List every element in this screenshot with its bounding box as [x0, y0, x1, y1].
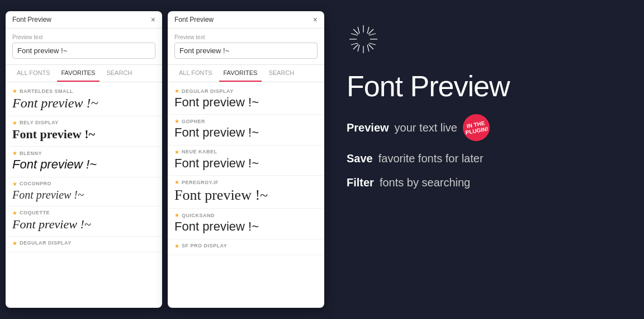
font-preview-text: Font preview !~	[12, 157, 155, 172]
brand-title: Font Preview	[347, 72, 509, 101]
list-item: ★ DEGULAR DISPLAY	[6, 237, 162, 252]
preview-text-label-left: Preview text	[12, 34, 155, 40]
list-item: ★ PEREGROY.IF Font preview !~	[168, 176, 324, 209]
list-item: ★ NEUE KABEL Font preview !~	[168, 146, 324, 176]
list-item: ★ SF PRO DISPLAY	[168, 240, 324, 255]
tab-all-fonts-right[interactable]: ALL FONTS	[174, 65, 217, 82]
fonts-list-left: ★ BARTELDES SMALL Font preview !~ ★ BELY…	[6, 82, 162, 308]
font-name-label: BELY DISPLAY	[20, 120, 59, 125]
font-name-label: BLENNY	[20, 151, 42, 156]
font-name-label: NEUE KABEL	[182, 149, 217, 154]
font-name-label: GOPHER	[182, 119, 205, 124]
preview-text-section-right: Preview text	[168, 29, 324, 65]
font-name-label: SF PRO DISPLAY	[182, 243, 227, 248]
font-name-label: BARTELDES SMALL	[20, 88, 73, 94]
main-container: Font Preview × Preview text ALL FONTS FA…	[0, 0, 644, 319]
list-item: ★ BLENNY Font preview !~	[6, 147, 162, 177]
tab-all-fonts-left[interactable]: ALL FONTS	[12, 65, 55, 82]
feature-rest-save: favorite fonts for later	[378, 152, 484, 165]
tab-favorites-left[interactable]: FAVORITES	[57, 65, 100, 82]
svg-line-8	[358, 27, 359, 34]
star-icon: ★	[174, 179, 179, 185]
list-item: ★ DEGULAR DISPLAY Font preview !~	[168, 85, 324, 115]
font-preview-text: Font preview !~	[12, 127, 155, 142]
svg-line-10	[351, 34, 358, 35]
svg-line-14	[358, 45, 359, 51]
font-preview-text: Font preview !~	[12, 95, 155, 111]
font-name-label: DEGULAR DISPLAY	[182, 88, 234, 94]
svg-line-4	[353, 29, 358, 34]
list-item: ★ GOPHER Font preview !~	[168, 115, 324, 145]
svg-line-5	[368, 44, 373, 49]
star-icon: ★	[12, 88, 17, 94]
list-item: ★ QUICKSAND Font preview !~	[168, 209, 324, 239]
plugin-panel-left: Font Preview × Preview text ALL FONTS FA…	[6, 11, 162, 308]
preview-text-label-right: Preview text	[174, 34, 318, 40]
tabs-row-right: ALL FONTS FAVORITES SEARCH	[168, 65, 324, 82]
list-item: ★ COQUETTE Font preview !~	[6, 207, 162, 237]
fonts-list-right: ★ DEGULAR DISPLAY Font preview !~ ★ GOPH…	[168, 82, 324, 308]
list-item: ★ COCONPRO Font preview !~	[6, 177, 162, 207]
feature-item-filter: Filter fonts by searching	[347, 176, 490, 189]
star-icon: ★	[174, 149, 179, 155]
font-preview-text: Font preview !~	[174, 95, 318, 110]
star-icon: ★	[12, 181, 17, 187]
font-preview-text: Font preview !~	[174, 156, 318, 171]
star-icon: ★	[12, 150, 17, 156]
svg-line-12	[351, 43, 358, 45]
tab-search-right[interactable]: SEARCH	[264, 65, 299, 82]
branding-section: Font Preview Preview your text live IN T…	[330, 11, 638, 200]
font-name-label: QUICKSAND	[182, 213, 215, 218]
preview-text-input-left[interactable]	[12, 43, 155, 59]
close-button-right[interactable]: ×	[313, 16, 318, 24]
svg-line-9	[367, 45, 369, 51]
list-item: ★ BARTELDES SMALL Font preview !~	[6, 85, 162, 116]
preview-text-section-left: Preview text	[6, 29, 162, 65]
font-preview-text: Font preview !~	[174, 125, 318, 140]
feature-rest-filter: fonts by searching	[380, 176, 470, 189]
star-icon: ★	[174, 212, 179, 218]
tab-favorites-right[interactable]: FAVORITES	[219, 65, 262, 82]
star-icon: ★	[12, 120, 17, 126]
panel-title-right: Font Preview	[174, 16, 214, 24]
plugin-panel-right: Font Preview × Preview text ALL FONTS FA…	[168, 11, 324, 308]
feature-bold-save: Save	[347, 152, 373, 165]
font-name-label: PEREGROY.IF	[182, 180, 219, 185]
preview-text-input-right[interactable]	[174, 43, 318, 59]
font-name-label: DEGULAR DISPLAY	[20, 240, 72, 246]
star-icon: ★	[12, 240, 17, 246]
star-icon: ★	[12, 210, 17, 216]
feature-list: Preview your text live IN THE PLUGIN! Sa…	[347, 114, 490, 189]
close-button-left[interactable]: ×	[151, 16, 155, 24]
svg-line-13	[369, 34, 376, 35]
svg-line-7	[353, 44, 358, 49]
tab-search-left[interactable]: SEARCH	[102, 65, 136, 82]
panel-title-left: Font Preview	[12, 16, 51, 24]
font-name-label: COCONPRO	[20, 181, 51, 186]
font-preview-text: Font preview !~	[12, 217, 155, 232]
svg-line-6	[368, 29, 373, 34]
star-icon: ★	[174, 118, 179, 124]
panel-header-left: Font Preview ×	[6, 11, 162, 29]
tabs-row-left: ALL FONTS FAVORITES SEARCH	[6, 65, 162, 82]
starburst-icon	[347, 22, 380, 58]
feature-item-preview: Preview your text live IN THE PLUGIN!	[347, 114, 490, 141]
font-preview-text: Font preview !~	[174, 186, 318, 204]
badge-in-plugin: IN THE PLUGIN!	[461, 112, 492, 143]
feature-bold-preview: Preview	[347, 121, 389, 134]
list-item: ★ BELY DISPLAY Font preview !~	[6, 116, 162, 147]
svg-line-11	[369, 43, 376, 45]
star-icon: ★	[174, 243, 179, 249]
feature-item-save: Save favorite fonts for later	[347, 152, 490, 165]
font-preview-text: Font preview !~	[174, 219, 318, 234]
panel-header-right: Font Preview ×	[168, 11, 324, 29]
font-name-label: COQUETTE	[20, 210, 50, 215]
feature-bold-filter: Filter	[347, 176, 374, 189]
star-icon: ★	[174, 88, 179, 94]
svg-line-15	[367, 27, 369, 34]
feature-rest-preview: your text live	[395, 121, 457, 134]
font-preview-text: Font preview !~	[12, 188, 155, 201]
